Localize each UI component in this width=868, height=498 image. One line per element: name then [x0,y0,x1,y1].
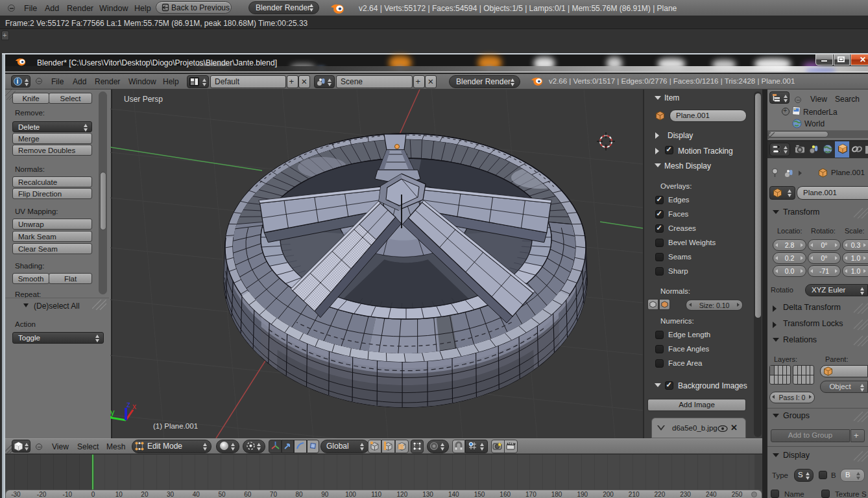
svg-text:x: x [132,402,136,411]
svg-text:z: z [127,400,130,409]
svg-text:y: y [110,407,115,417]
